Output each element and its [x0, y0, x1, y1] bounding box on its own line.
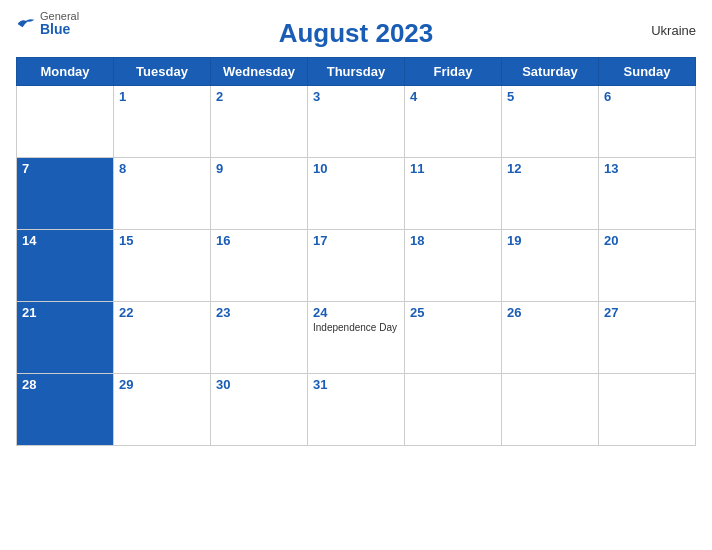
calendar-header: General Blue August 2023 Ukraine: [16, 10, 696, 49]
calendar-day-cell: 25: [405, 302, 502, 374]
calendar-container: General Blue August 2023 Ukraine Monday …: [0, 0, 712, 550]
calendar-day-cell: 10: [308, 158, 405, 230]
weekday-monday: Monday: [17, 58, 114, 86]
calendar-week-row: 28293031: [17, 374, 696, 446]
day-number: 4: [410, 89, 496, 104]
calendar-day-cell: 7: [17, 158, 114, 230]
day-number: 5: [507, 89, 593, 104]
day-number: 14: [22, 233, 108, 248]
calendar-day-cell: 29: [114, 374, 211, 446]
day-number: 15: [119, 233, 205, 248]
logo-blue: Blue: [40, 22, 79, 37]
day-number: 23: [216, 305, 302, 320]
calendar-day-cell: 27: [599, 302, 696, 374]
calendar-day-cell: 24Independence Day: [308, 302, 405, 374]
calendar-day-cell: 4: [405, 86, 502, 158]
weekday-saturday: Saturday: [502, 58, 599, 86]
calendar-week-row: 123456: [17, 86, 696, 158]
calendar-day-cell: 30: [211, 374, 308, 446]
calendar-day-cell: 22: [114, 302, 211, 374]
logo-area: General Blue: [16, 10, 79, 37]
day-number: 29: [119, 377, 205, 392]
day-number: 25: [410, 305, 496, 320]
calendar-week-row: 14151617181920: [17, 230, 696, 302]
calendar-day-cell: 17: [308, 230, 405, 302]
calendar-day-cell: 13: [599, 158, 696, 230]
calendar-day-cell: 21: [17, 302, 114, 374]
day-number: 8: [119, 161, 205, 176]
logo-bird-icon: [16, 17, 36, 31]
day-number: 13: [604, 161, 690, 176]
day-number: 28: [22, 377, 108, 392]
calendar-day-cell: [502, 374, 599, 446]
day-number: 3: [313, 89, 399, 104]
day-number: 6: [604, 89, 690, 104]
day-number: 1: [119, 89, 205, 104]
weekday-sunday: Sunday: [599, 58, 696, 86]
calendar-day-cell: 2: [211, 86, 308, 158]
calendar-title: August 2023: [279, 18, 434, 49]
calendar-day-cell: 18: [405, 230, 502, 302]
calendar-day-cell: 26: [502, 302, 599, 374]
calendar-day-cell: 23: [211, 302, 308, 374]
calendar-day-cell: [17, 86, 114, 158]
day-number: 27: [604, 305, 690, 320]
calendar-day-cell: 12: [502, 158, 599, 230]
day-number: 17: [313, 233, 399, 248]
calendar-day-cell: 8: [114, 158, 211, 230]
day-number: 11: [410, 161, 496, 176]
event-label: Independence Day: [313, 322, 399, 333]
weekday-friday: Friday: [405, 58, 502, 86]
calendar-table: Monday Tuesday Wednesday Thursday Friday…: [16, 57, 696, 446]
calendar-week-row: 21222324Independence Day252627: [17, 302, 696, 374]
day-number: 30: [216, 377, 302, 392]
day-number: 22: [119, 305, 205, 320]
day-number: 19: [507, 233, 593, 248]
day-number: 18: [410, 233, 496, 248]
day-number: 16: [216, 233, 302, 248]
calendar-day-cell: 1: [114, 86, 211, 158]
day-number: 21: [22, 305, 108, 320]
calendar-day-cell: 28: [17, 374, 114, 446]
calendar-day-cell: 20: [599, 230, 696, 302]
day-number: 24: [313, 305, 399, 320]
weekday-tuesday: Tuesday: [114, 58, 211, 86]
day-number: 12: [507, 161, 593, 176]
day-number: 9: [216, 161, 302, 176]
day-number: 7: [22, 161, 108, 176]
calendar-day-cell: 14: [17, 230, 114, 302]
calendar-day-cell: 16: [211, 230, 308, 302]
calendar-day-cell: [405, 374, 502, 446]
day-number: 2: [216, 89, 302, 104]
calendar-day-cell: 19: [502, 230, 599, 302]
calendar-day-cell: 11: [405, 158, 502, 230]
calendar-week-row: 78910111213: [17, 158, 696, 230]
calendar-day-cell: 31: [308, 374, 405, 446]
day-number: 20: [604, 233, 690, 248]
weekday-header-row: Monday Tuesday Wednesday Thursday Friday…: [17, 58, 696, 86]
calendar-day-cell: 9: [211, 158, 308, 230]
day-number: 10: [313, 161, 399, 176]
day-number: 31: [313, 377, 399, 392]
calendar-day-cell: 5: [502, 86, 599, 158]
country-label: Ukraine: [651, 22, 696, 37]
calendar-day-cell: [599, 374, 696, 446]
calendar-day-cell: 6: [599, 86, 696, 158]
calendar-day-cell: 3: [308, 86, 405, 158]
day-number: 26: [507, 305, 593, 320]
calendar-day-cell: 15: [114, 230, 211, 302]
weekday-thursday: Thursday: [308, 58, 405, 86]
weekday-wednesday: Wednesday: [211, 58, 308, 86]
